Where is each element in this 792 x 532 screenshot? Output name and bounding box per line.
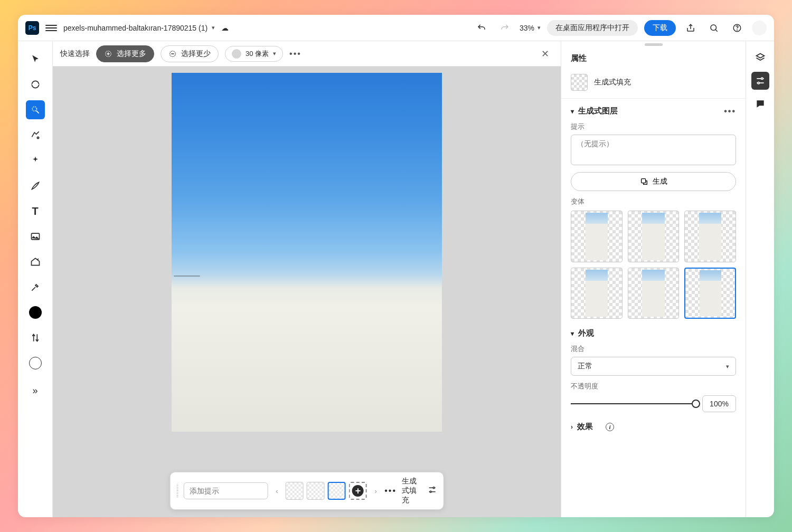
filename-text: pexels-muhammed-baltakıran-17890215 (1) — [63, 24, 208, 32]
prompt-input[interactable] — [184, 482, 268, 499]
quick-select-tool-icon[interactable] — [26, 100, 45, 119]
zoom-dropdown[interactable]: 33% ▾ — [520, 24, 541, 32]
prompt-textarea[interactable] — [571, 135, 736, 165]
select-more-label: 选择更多 — [117, 49, 146, 59]
panel-handle-icon[interactable] — [645, 43, 663, 46]
opacity-label: 不透明度 — [571, 382, 736, 391]
svg-point-9 — [433, 487, 435, 489]
help-icon[interactable] — [729, 20, 746, 36]
opacity-slider[interactable] — [571, 403, 696, 404]
download-button[interactable]: 下载 — [644, 20, 676, 36]
variant-tile[interactable] — [571, 268, 623, 319]
brush-size-dropdown[interactable]: 30 像素 ▾ — [225, 46, 283, 62]
variant-thumb[interactable] — [286, 482, 304, 500]
comments-panel-icon[interactable] — [751, 95, 769, 113]
contextual-taskbar: ‹ + › ••• 生成式填充 — [170, 472, 444, 510]
svg-rect-11 — [641, 179, 645, 183]
next-variant-icon[interactable]: › — [372, 487, 379, 495]
open-in-desktop-button[interactable]: 在桌面应用程序中打开 — [547, 20, 638, 36]
generate-icon — [640, 177, 648, 186]
section-more-icon[interactable]: ••• — [724, 107, 736, 116]
properties-panel-icon[interactable] — [751, 72, 769, 90]
options-bar: 快速选择 选择更多 选择更少 30 像素 ▾ ••• ✕ — [53, 41, 561, 66]
left-toolbar: T » — [18, 41, 53, 517]
search-icon[interactable] — [705, 20, 722, 36]
zoom-value: 33% — [520, 24, 534, 32]
transform-tool-icon[interactable] — [26, 75, 45, 94]
sparkle-tool-icon[interactable] — [26, 151, 45, 170]
redo-button[interactable] — [496, 20, 513, 36]
blend-mode-select[interactable]: 正常 ▾ — [571, 357, 736, 376]
svg-point-5 — [37, 137, 39, 138]
taskbar-more-icon[interactable]: ••• — [384, 486, 397, 496]
user-avatar[interactable] — [752, 21, 767, 35]
more-tools-icon[interactable]: » — [26, 381, 45, 400]
photoshop-logo-icon: Ps — [25, 21, 39, 35]
chevron-down-icon: ▾ — [726, 363, 729, 370]
foreground-color-swatch[interactable] — [26, 303, 45, 322]
variants-grid — [571, 211, 736, 319]
undo-button[interactable] — [473, 20, 490, 36]
svg-point-13 — [758, 82, 759, 84]
prev-variant-icon[interactable]: ‹ — [274, 487, 280, 495]
generate-label: 生成 — [653, 177, 667, 186]
svg-point-12 — [761, 78, 762, 79]
remove-tool-icon[interactable] — [26, 126, 45, 145]
move-tool-icon[interactable] — [26, 50, 45, 69]
brush-preview-icon — [232, 49, 241, 59]
brush-tool-icon[interactable] — [26, 176, 45, 195]
variants-label: 变体 — [571, 197, 736, 206]
layer-type-label: 生成式填充 — [594, 78, 631, 87]
generative-tool-icon[interactable] — [26, 252, 45, 271]
share-icon[interactable] — [682, 20, 699, 36]
document-canvas[interactable] — [172, 73, 442, 432]
chevron-right-icon: › — [571, 423, 573, 431]
chevron-down-icon: ▾ — [273, 50, 276, 57]
hamburger-menu-icon[interactable] — [45, 25, 57, 31]
drag-grip-icon[interactable] — [177, 484, 178, 498]
text-tool-icon[interactable]: T — [26, 202, 45, 221]
document-title[interactable]: pexels-muhammed-baltakıran-17890215 (1) … — [63, 24, 215, 32]
generative-fill-label[interactable]: 生成式填充 — [402, 477, 422, 505]
opacity-value[interactable]: 100% — [702, 395, 736, 412]
appearance-title: 外观 — [578, 328, 594, 338]
variant-thumb-row: + — [286, 482, 367, 500]
right-rail — [746, 41, 774, 517]
eyedropper-tool-icon[interactable] — [26, 278, 45, 297]
variant-tile-selected[interactable] — [684, 268, 736, 319]
variant-tile[interactable] — [684, 211, 736, 262]
quick-select-label: 快速选择 — [60, 49, 90, 59]
svg-point-0 — [711, 25, 716, 31]
generate-button[interactable]: 生成 — [571, 172, 736, 191]
effects-title: 效果 — [577, 422, 593, 432]
image-tool-icon[interactable] — [26, 227, 45, 246]
generative-layer-title: 生成式图层 — [578, 106, 618, 116]
swap-colors-icon[interactable] — [26, 328, 45, 347]
adjustments-icon[interactable] — [427, 485, 437, 497]
variant-tile[interactable] — [628, 211, 680, 262]
layer-type-row: 生成式填充 — [561, 70, 746, 99]
canvas-area[interactable]: ‹ + › ••• 生成式填充 — [53, 66, 561, 517]
add-variant-button[interactable]: + — [349, 482, 367, 500]
slider-thumb-icon[interactable] — [692, 400, 700, 408]
chevron-down-icon: ▾ — [571, 330, 574, 337]
cloud-icon[interactable]: ☁ — [221, 24, 229, 32]
variant-tile[interactable] — [571, 211, 623, 262]
select-less-button[interactable]: 选择更少 — [161, 45, 219, 62]
prompt-field-label: 提示 — [571, 122, 736, 131]
appearance-header[interactable]: ▾外观 — [571, 328, 736, 338]
effects-header[interactable]: ›效果 i — [571, 422, 736, 432]
background-color-swatch[interactable] — [26, 354, 45, 373]
variant-tile[interactable] — [628, 268, 680, 319]
canvas-column: 快速选择 选择更多 选择更少 30 像素 ▾ ••• ✕ — [53, 41, 561, 517]
variant-thumb-selected[interactable] — [328, 482, 346, 500]
options-more-icon[interactable]: ••• — [289, 49, 301, 59]
top-bar: Ps pexels-muhammed-baltakıran-17890215 (… — [18, 15, 774, 41]
chevron-down-icon: ▾ — [538, 24, 541, 31]
variant-thumb[interactable] — [307, 482, 325, 500]
layers-panel-icon[interactable] — [751, 49, 769, 66]
info-icon[interactable]: i — [606, 423, 614, 431]
generative-layer-header[interactable]: ▾生成式图层 ••• — [571, 106, 736, 116]
select-more-button[interactable]: 选择更多 — [96, 45, 154, 62]
close-options-icon[interactable]: ✕ — [537, 46, 553, 62]
